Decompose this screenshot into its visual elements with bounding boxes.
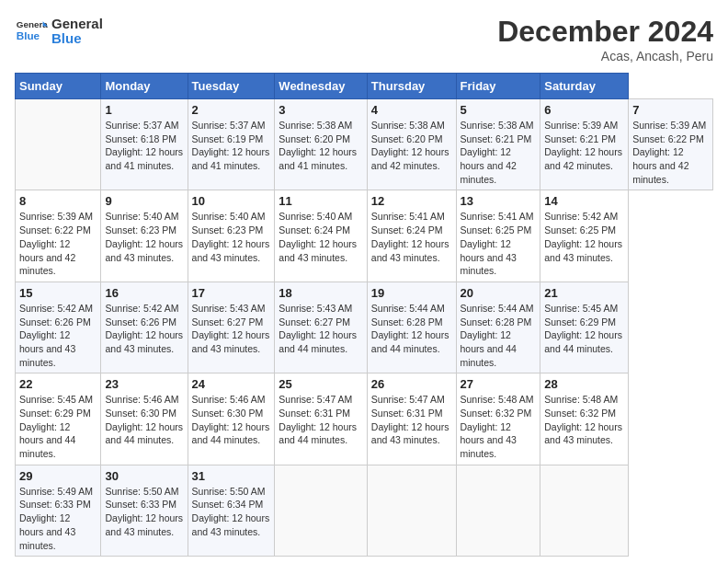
calendar-cell: 30Sunrise: 5:50 AM Sunset: 6:33 PM Dayli… — [101, 465, 188, 556]
day-info: Sunrise: 5:41 AM Sunset: 6:24 PM Dayligh… — [371, 210, 452, 264]
day-info: Sunrise: 5:48 AM Sunset: 6:32 PM Dayligh… — [461, 393, 537, 460]
calendar-cell: 3Sunrise: 5:38 AM Sunset: 6:20 PM Daylig… — [275, 99, 367, 190]
calendar-cell: 22Sunrise: 5:45 AM Sunset: 6:29 PM Dayli… — [16, 373, 101, 465]
logo-general: General — [51, 17, 103, 32]
day-number: 13 — [461, 194, 537, 208]
day-info: Sunrise: 5:41 AM Sunset: 6:25 PM Dayligh… — [461, 210, 537, 277]
day-number: 16 — [105, 286, 183, 300]
calendar-cell: 6Sunrise: 5:39 AM Sunset: 6:21 PM Daylig… — [540, 99, 629, 190]
day-number: 2 — [192, 103, 271, 117]
day-number: 28 — [544, 377, 624, 391]
calendar-cell: 17Sunrise: 5:43 AM Sunset: 6:27 PM Dayli… — [188, 282, 275, 373]
col-header-wednesday: Wednesday — [275, 74, 367, 99]
day-number: 18 — [279, 286, 362, 300]
day-number: 5 — [461, 103, 537, 117]
day-info: Sunrise: 5:38 AM Sunset: 6:20 PM Dayligh… — [371, 119, 452, 173]
day-number: 29 — [19, 469, 97, 483]
calendar-cell: 31Sunrise: 5:50 AM Sunset: 6:34 PM Dayli… — [188, 465, 275, 556]
calendar-cell: 26Sunrise: 5:47 AM Sunset: 6:31 PM Dayli… — [367, 373, 456, 465]
day-info: Sunrise: 5:46 AM Sunset: 6:30 PM Dayligh… — [105, 393, 183, 447]
calendar-cell: 8Sunrise: 5:39 AM Sunset: 6:22 PM Daylig… — [16, 190, 101, 282]
calendar-cell: 10Sunrise: 5:40 AM Sunset: 6:23 PM Dayli… — [188, 190, 275, 282]
day-info: Sunrise: 5:50 AM Sunset: 6:34 PM Dayligh… — [192, 485, 271, 539]
calendar-cell — [16, 99, 101, 190]
day-number: 17 — [192, 286, 271, 300]
day-info: Sunrise: 5:44 AM Sunset: 6:28 PM Dayligh… — [461, 302, 537, 369]
day-number: 12 — [371, 194, 452, 208]
calendar-header-row: SundayMondayTuesdayWednesdayThursdayFrid… — [16, 74, 713, 99]
calendar-cell: 11Sunrise: 5:40 AM Sunset: 6:24 PM Dayli… — [275, 190, 367, 282]
day-info: Sunrise: 5:42 AM Sunset: 6:25 PM Dayligh… — [544, 210, 624, 264]
logo-icon: General Blue — [15, 15, 48, 48]
day-info: Sunrise: 5:40 AM Sunset: 6:23 PM Dayligh… — [105, 210, 183, 264]
calendar-cell — [456, 465, 540, 556]
day-info: Sunrise: 5:37 AM Sunset: 6:18 PM Dayligh… — [105, 119, 183, 173]
calendar-cell: 2Sunrise: 5:37 AM Sunset: 6:19 PM Daylig… — [188, 99, 275, 190]
day-number: 27 — [461, 377, 537, 391]
col-header-friday: Friday — [456, 74, 540, 99]
calendar-cell: 7Sunrise: 5:39 AM Sunset: 6:22 PM Daylig… — [629, 99, 713, 190]
calendar-week-row: 1Sunrise: 5:37 AM Sunset: 6:18 PM Daylig… — [16, 99, 713, 190]
day-info: Sunrise: 5:42 AM Sunset: 6:26 PM Dayligh… — [19, 302, 97, 369]
calendar-cell: 15Sunrise: 5:42 AM Sunset: 6:26 PM Dayli… — [16, 282, 101, 373]
day-number: 3 — [279, 103, 362, 117]
month-title: December 2024 — [497, 15, 713, 49]
day-info: Sunrise: 5:39 AM Sunset: 6:22 PM Dayligh… — [19, 210, 97, 277]
calendar-cell: 28Sunrise: 5:48 AM Sunset: 6:32 PM Dayli… — [540, 373, 629, 465]
col-header-monday: Monday — [101, 74, 188, 99]
location-subtitle: Acas, Ancash, Peru — [497, 49, 713, 63]
calendar-cell: 18Sunrise: 5:43 AM Sunset: 6:27 PM Dayli… — [275, 282, 367, 373]
calendar-cell: 27Sunrise: 5:48 AM Sunset: 6:32 PM Dayli… — [456, 373, 540, 465]
calendar-cell: 19Sunrise: 5:44 AM Sunset: 6:28 PM Dayli… — [367, 282, 456, 373]
day-info: Sunrise: 5:44 AM Sunset: 6:28 PM Dayligh… — [371, 302, 452, 356]
day-number: 9 — [105, 194, 183, 208]
day-info: Sunrise: 5:47 AM Sunset: 6:31 PM Dayligh… — [371, 393, 452, 447]
day-info: Sunrise: 5:40 AM Sunset: 6:23 PM Dayligh… — [192, 210, 271, 264]
day-number: 1 — [105, 103, 183, 117]
day-number: 10 — [192, 194, 271, 208]
col-header-tuesday: Tuesday — [188, 74, 275, 99]
calendar-cell: 13Sunrise: 5:41 AM Sunset: 6:25 PM Dayli… — [456, 190, 540, 282]
day-info: Sunrise: 5:45 AM Sunset: 6:29 PM Dayligh… — [19, 393, 97, 460]
day-number: 20 — [461, 286, 537, 300]
calendar-table: SundayMondayTuesdayWednesdayThursdayFrid… — [15, 73, 713, 557]
calendar-cell: 5Sunrise: 5:38 AM Sunset: 6:21 PM Daylig… — [456, 99, 540, 190]
calendar-cell: 9Sunrise: 5:40 AM Sunset: 6:23 PM Daylig… — [101, 190, 188, 282]
logo-text: General Blue — [51, 17, 103, 47]
day-number: 23 — [105, 377, 183, 391]
day-number: 22 — [19, 377, 97, 391]
day-info: Sunrise: 5:38 AM Sunset: 6:21 PM Dayligh… — [461, 119, 537, 186]
calendar-week-row: 22Sunrise: 5:45 AM Sunset: 6:29 PM Dayli… — [16, 373, 713, 465]
calendar-cell: 16Sunrise: 5:42 AM Sunset: 6:26 PM Dayli… — [101, 282, 188, 373]
col-header-thursday: Thursday — [367, 74, 456, 99]
col-header-saturday: Saturday — [540, 74, 629, 99]
calendar-cell: 12Sunrise: 5:41 AM Sunset: 6:24 PM Dayli… — [367, 190, 456, 282]
day-number: 19 — [371, 286, 452, 300]
calendar-cell: 25Sunrise: 5:47 AM Sunset: 6:31 PM Dayli… — [275, 373, 367, 465]
day-info: Sunrise: 5:43 AM Sunset: 6:27 PM Dayligh… — [279, 302, 362, 356]
calendar-cell: 29Sunrise: 5:49 AM Sunset: 6:33 PM Dayli… — [16, 465, 101, 556]
day-number: 8 — [19, 194, 97, 208]
day-info: Sunrise: 5:42 AM Sunset: 6:26 PM Dayligh… — [105, 302, 183, 356]
day-info: Sunrise: 5:39 AM Sunset: 6:21 PM Dayligh… — [544, 119, 624, 173]
calendar-cell — [540, 465, 629, 556]
svg-text:Blue: Blue — [17, 29, 40, 41]
day-number: 7 — [632, 103, 709, 117]
day-number: 14 — [544, 194, 624, 208]
day-info: Sunrise: 5:50 AM Sunset: 6:33 PM Dayligh… — [105, 485, 183, 539]
day-number: 6 — [544, 103, 624, 117]
title-area: December 2024 Acas, Ancash, Peru — [497, 15, 713, 63]
calendar-cell: 14Sunrise: 5:42 AM Sunset: 6:25 PM Dayli… — [540, 190, 629, 282]
calendar-cell: 4Sunrise: 5:38 AM Sunset: 6:20 PM Daylig… — [367, 99, 456, 190]
day-number: 11 — [279, 194, 362, 208]
day-info: Sunrise: 5:49 AM Sunset: 6:33 PM Dayligh… — [19, 485, 97, 552]
day-info: Sunrise: 5:43 AM Sunset: 6:27 PM Dayligh… — [192, 302, 271, 356]
calendar-cell: 1Sunrise: 5:37 AM Sunset: 6:18 PM Daylig… — [101, 99, 188, 190]
calendar-week-row: 29Sunrise: 5:49 AM Sunset: 6:33 PM Dayli… — [16, 465, 713, 556]
day-number: 24 — [192, 377, 271, 391]
logo: General Blue General Blue — [15, 15, 103, 48]
day-info: Sunrise: 5:39 AM Sunset: 6:22 PM Dayligh… — [632, 119, 709, 186]
day-number: 25 — [279, 377, 362, 391]
day-number: 4 — [371, 103, 452, 117]
day-number: 30 — [105, 469, 183, 483]
